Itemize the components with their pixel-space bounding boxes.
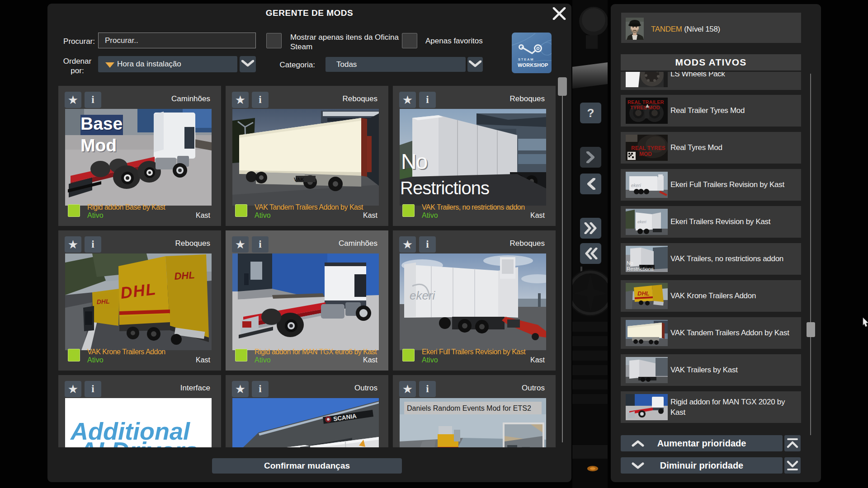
svg-text:Restrictions: Restrictions	[627, 266, 654, 272]
svg-text:REAL TYRES: REAL TYRES	[631, 145, 665, 151]
svg-text:VAK: VAK	[294, 177, 304, 182]
svg-text:REAL TRAILER: REAL TRAILER	[627, 99, 664, 105]
svg-text:DHL: DHL	[96, 298, 110, 305]
svg-text:Daniels Random Events Mod for: Daniels Random Events Mod for ETS2	[407, 404, 531, 412]
svg-text:ekeri: ekeri	[410, 289, 436, 302]
svg-text:MOD: MOD	[639, 151, 652, 157]
svg-text:Base: Base	[80, 114, 123, 133]
svg-text:WORKSHOP: WORKSHOP	[518, 62, 548, 68]
svg-text:ekeri: ekeri	[637, 220, 647, 224]
svg-text:No: No	[401, 150, 427, 174]
svg-text:Mod: Mod	[80, 136, 117, 155]
svg-text:No: No	[627, 260, 633, 266]
svg-text:DHL: DHL	[174, 269, 195, 282]
svg-text:STEAM: STEAM	[518, 57, 534, 61]
svg-text:Restrictions: Restrictions	[400, 178, 489, 198]
svg-text:TYRES MOD: TYRES MOD	[630, 105, 660, 110]
svg-text:AI Drivers: AI Drivers	[78, 436, 198, 447]
svg-text:ekeri: ekeri	[631, 183, 641, 188]
svg-text:DHL: DHL	[637, 290, 650, 297]
